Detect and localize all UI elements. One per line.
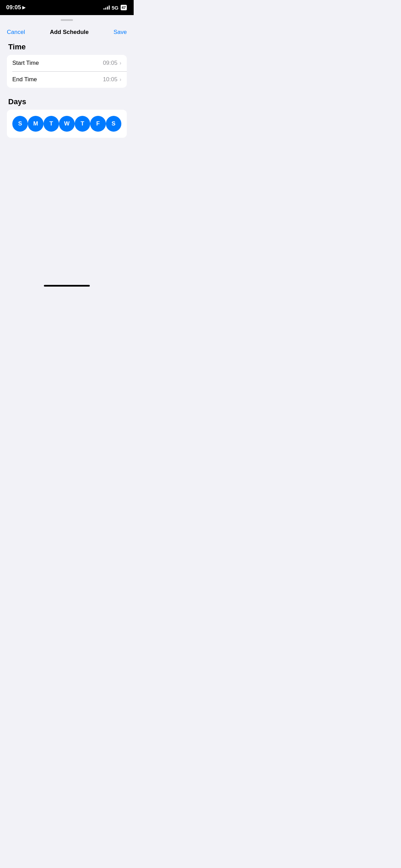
home-indicator <box>44 285 90 287</box>
day-tuesday-label: T <box>49 120 53 127</box>
day-friday-label: F <box>96 120 100 127</box>
network-type: 5G <box>112 5 119 11</box>
status-time: 09:05 ▶ <box>6 4 25 11</box>
start-time-value-container: 09:05 › <box>103 60 121 67</box>
day-tuesday[interactable]: T <box>44 116 59 132</box>
start-time-chevron-icon: › <box>120 60 121 66</box>
signal-icon <box>104 5 110 10</box>
day-saturday[interactable]: S <box>106 116 121 132</box>
days-card: S M T W T F S <box>7 110 127 138</box>
signal-bar-3 <box>107 7 108 10</box>
time-card: Start Time 09:05 › End Time 10:05 › <box>7 55 127 88</box>
page-title: Add Schedule <box>50 29 88 36</box>
clock-display: 09:05 <box>6 4 21 11</box>
end-time-chevron-icon: › <box>120 76 121 83</box>
end-time-value-container: 10:05 › <box>103 76 121 83</box>
day-monday[interactable]: M <box>28 116 43 132</box>
content-area: Cancel Add Schedule Save Time Start Time… <box>0 25 134 138</box>
days-section-label: Days <box>7 97 127 106</box>
signal-bar-1 <box>104 8 105 10</box>
status-bar: 09:05 ▶ 5G 47 <box>0 0 134 15</box>
day-thursday[interactable]: T <box>75 116 90 132</box>
day-thursday-label: T <box>81 120 84 127</box>
location-icon: ▶ <box>22 5 25 10</box>
cancel-button[interactable]: Cancel <box>7 29 25 36</box>
start-time-row[interactable]: Start Time 09:05 › <box>7 55 127 71</box>
end-time-value: 10:05 <box>103 76 118 83</box>
battery-level: 47 <box>122 5 126 10</box>
end-time-row[interactable]: End Time 10:05 › <box>7 71 127 88</box>
days-container: S M T W T F S <box>7 110 127 138</box>
status-right: 5G 47 <box>104 5 127 11</box>
day-wednesday[interactable]: W <box>59 116 74 132</box>
battery-indicator: 47 <box>121 5 127 10</box>
day-sunday-label: S <box>18 120 22 127</box>
time-section-label: Time <box>7 43 127 51</box>
day-wednesday-label: W <box>64 120 70 127</box>
day-saturday-label: S <box>112 120 116 127</box>
end-time-label: End Time <box>12 76 37 83</box>
signal-bar-4 <box>109 5 110 10</box>
day-friday[interactable]: F <box>90 116 106 132</box>
sheet-handle <box>61 19 73 21</box>
signal-bar-2 <box>105 8 106 10</box>
sheet-handle-area <box>0 15 134 25</box>
save-button[interactable]: Save <box>113 29 127 36</box>
nav-bar: Cancel Add Schedule Save <box>7 25 127 43</box>
days-row: S M T W T F S <box>12 116 121 132</box>
start-time-label: Start Time <box>12 60 39 67</box>
day-sunday[interactable]: S <box>12 116 28 132</box>
start-time-value: 09:05 <box>103 60 118 67</box>
day-monday-label: M <box>33 120 38 127</box>
